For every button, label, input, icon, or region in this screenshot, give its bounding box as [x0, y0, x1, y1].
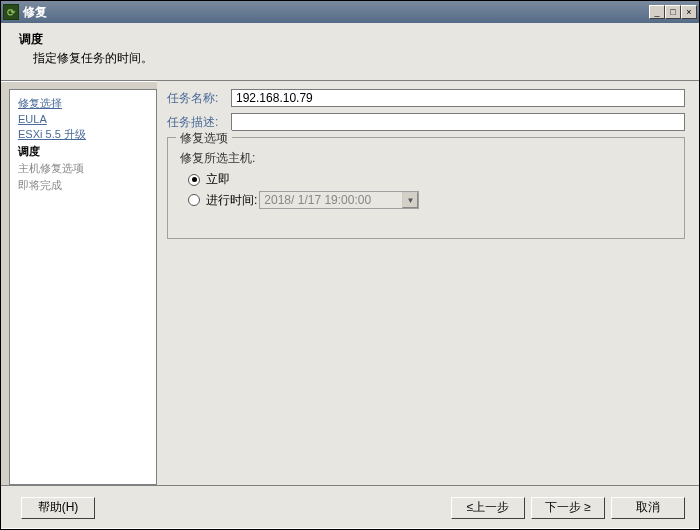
back-button[interactable]: ≤上一步	[451, 497, 525, 519]
task-desc-input[interactable]	[231, 113, 685, 131]
titlebar: ⟳ 修复 _ □ ×	[1, 1, 699, 23]
header: 调度 指定修复任务的时间。	[1, 23, 699, 81]
radio-time-label: 进行时间:	[206, 192, 257, 209]
datetime-picker: 2018/ 1/17 19:00:00 ▼	[259, 191, 419, 209]
step-ready: 即将完成	[18, 178, 148, 193]
maximize-button[interactable]: □	[665, 5, 681, 19]
main-panel: 任务名称: 任务描述: 修复选项 修复所选主机: 立即 进行时间: 2018/ …	[157, 81, 699, 485]
step-schedule[interactable]: 调度	[18, 144, 148, 159]
remediate-host-label: 修复所选主机:	[180, 150, 674, 167]
close-button[interactable]: ×	[681, 5, 697, 19]
radio-time[interactable]	[188, 194, 200, 206]
radio-row-time[interactable]: 进行时间: 2018/ 1/17 19:00:00 ▼	[188, 191, 674, 209]
step-host-options: 主机修复选项	[18, 161, 148, 176]
step-remediate-select[interactable]: 修复选择	[18, 96, 148, 111]
task-name-input[interactable]	[231, 89, 685, 107]
datetime-value: 2018/ 1/17 19:00:00	[264, 193, 371, 207]
radio-now-label: 立即	[206, 171, 230, 188]
minimize-button[interactable]: _	[649, 5, 665, 19]
radio-row-now[interactable]: 立即	[188, 171, 674, 188]
remediate-options-group: 修复选项 修复所选主机: 立即 进行时间: 2018/ 1/17 19:00:0…	[167, 137, 685, 239]
window-title: 修复	[23, 4, 649, 21]
footer: 帮助(H) ≤上一步 下一步 ≥ 取消	[1, 485, 699, 529]
wizard-steps-sidebar: 修复选择 EULA ESXi 5.5 升级 调度 主机修复选项 即将完成	[9, 89, 157, 485]
page-subtitle: 指定修复任务的时间。	[33, 50, 687, 67]
task-name-label: 任务名称:	[167, 90, 231, 107]
next-button[interactable]: 下一步 ≥	[531, 497, 605, 519]
app-icon: ⟳	[3, 4, 19, 20]
radio-now[interactable]	[188, 174, 200, 186]
step-esxi-upgrade[interactable]: ESXi 5.5 升级	[18, 127, 148, 142]
help-button[interactable]: 帮助(H)	[21, 497, 95, 519]
task-desc-label: 任务描述:	[167, 114, 231, 131]
page-title: 调度	[19, 31, 687, 48]
datetime-dropdown-icon: ▼	[402, 192, 418, 208]
step-eula[interactable]: EULA	[18, 113, 148, 125]
cancel-button[interactable]: 取消	[611, 497, 685, 519]
remediate-options-legend: 修复选项	[176, 130, 232, 147]
